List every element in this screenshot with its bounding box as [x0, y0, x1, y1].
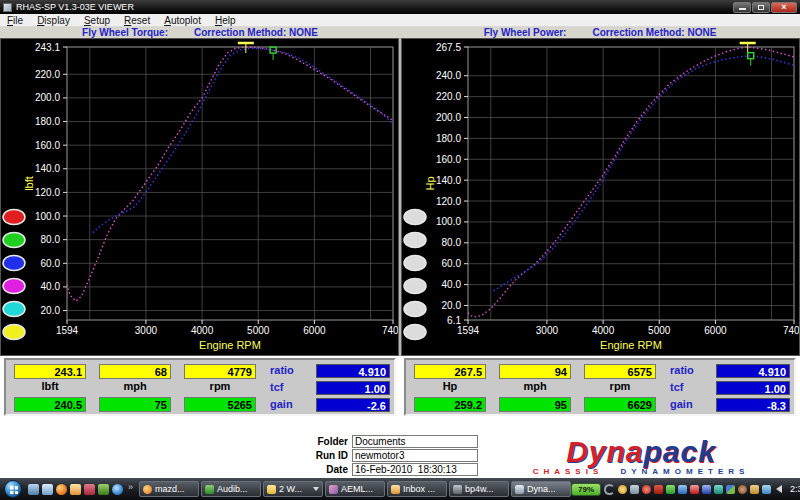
tray-icon-9[interactable] [714, 485, 723, 494]
internet-explorer-icon[interactable] [112, 484, 123, 495]
close-button[interactable] [771, 2, 797, 13]
gain-label: gain [270, 398, 312, 410]
menu-autoplot[interactable]: Autoplot [157, 15, 208, 26]
taskbar-item-group-windows[interactable]: 2 W... [263, 481, 323, 497]
battery-indicator[interactable]: 79% [571, 483, 601, 496]
restore-button[interactable] [752, 2, 770, 13]
taskbar-clock[interactable]: 2:37 AM [790, 484, 800, 494]
torque-run-value: 240.5 [14, 397, 86, 412]
cpu-meter-icon[interactable] [604, 484, 615, 495]
svg-text:60.0: 60.0 [41, 258, 61, 269]
dev-app-icon[interactable] [98, 484, 109, 495]
menu-help[interactable]: Help [208, 15, 243, 26]
folder-field[interactable] [352, 435, 478, 448]
svg-text:243.1: 243.1 [35, 42, 60, 53]
power-chart[interactable]: 267.5240.0220.0200.0180.0160.0140.0120.0… [401, 38, 800, 356]
svg-text:160.0: 160.0 [35, 140, 60, 151]
tray-icon-11[interactable] [738, 485, 747, 494]
power-unit-label: Hp [414, 380, 486, 392]
power-chart-canvas[interactable]: 267.5240.0220.0200.0180.0160.0140.0120.0… [402, 39, 799, 355]
tcf-value: 1.00 [316, 381, 390, 395]
ratio-value: 4.910 [316, 364, 390, 378]
tray-icon-5[interactable] [666, 485, 675, 494]
volume-icon[interactable] [776, 485, 782, 493]
gain-value: -2.6 [316, 398, 390, 412]
group-expand-icon[interactable] [313, 487, 319, 491]
media-app-icon[interactable] [84, 484, 95, 495]
window-title: RHAS-SP V1.3-03E VIEWER [16, 2, 134, 12]
power-readout-panel: 267.5 94 6575 Hp mph rpm 259.2 95 6629 r… [404, 358, 796, 416]
svg-text:40.0: 40.0 [41, 281, 61, 292]
rpm-unit-label: rpm [184, 380, 256, 392]
app-icon [453, 485, 462, 494]
menu-display[interactable]: Display [30, 15, 77, 26]
system-tray: 79% 2:37 AM [571, 483, 800, 496]
tray-icon-3[interactable] [642, 485, 651, 494]
svg-text:5000: 5000 [648, 325, 671, 336]
svg-text:267.5: 267.5 [436, 42, 461, 53]
gain-label: gain [670, 398, 712, 410]
torque-chart[interactable]: 243.1220.0200.0180.0160.0140.0120.0100.0… [0, 38, 399, 356]
tray-icon-10[interactable] [726, 485, 735, 494]
svg-text:120.0: 120.0 [436, 196, 461, 207]
svg-text:180.0: 180.0 [436, 133, 461, 144]
speed-unit-label: mph [499, 380, 571, 392]
menu-setup[interactable]: Setup [77, 15, 117, 26]
minimize-button[interactable] [733, 2, 751, 13]
quick-launch-overflow-icon[interactable]: » [128, 482, 133, 492]
logo-sub-chassis: CHASSIS [533, 467, 604, 476]
start-button[interactable] [4, 480, 22, 498]
update-icon[interactable] [750, 485, 759, 494]
taskbar-item-aeml[interactable]: AEML... [325, 481, 385, 497]
svg-text:40.0: 40.0 [442, 279, 462, 290]
svg-text:140.0: 140.0 [436, 175, 461, 186]
app-icon [329, 485, 338, 494]
taskbar-item-inbox[interactable]: Inbox ... [387, 481, 447, 497]
tray-icon-2[interactable] [630, 485, 639, 494]
taskbar-item-dyna-active[interactable]: Dyna... [511, 481, 571, 497]
download-icon [205, 485, 214, 494]
power-peak-speed: 94 [499, 364, 571, 379]
show-desktop-icon[interactable] [28, 484, 39, 495]
taskbar-item-audib[interactable]: Audib... [201, 481, 261, 497]
taskbar-item-bp4w[interactable]: bp4w... [449, 481, 509, 497]
taskbar-item-mazd[interactable]: mazd... [139, 481, 199, 497]
torque-peak-speed: 68 [99, 364, 171, 379]
svg-text:6000: 6000 [303, 325, 326, 336]
run-id-field[interactable] [352, 449, 478, 462]
torque-unit-label: lbft [14, 380, 86, 392]
menu-bar: File Display Setup Reset Autoplot Help [0, 14, 800, 27]
title-bar[interactable]: RHAS-SP V1.3-03E VIEWER [0, 0, 800, 14]
svg-text:120.0: 120.0 [35, 187, 60, 198]
date-field[interactable] [352, 463, 478, 476]
window-switcher-icon[interactable] [42, 484, 53, 495]
torque-correction-method: Correction Method: NONE [194, 27, 318, 38]
tray-icon-8[interactable] [702, 485, 711, 494]
tray-icon-6[interactable] [678, 485, 687, 494]
torque-chart-canvas[interactable]: 243.1220.0200.0180.0160.0140.0120.0100.0… [1, 39, 398, 355]
torque-chart-title: Fly Wheel Torque: [82, 27, 168, 38]
tray-icon-4[interactable] [654, 485, 663, 494]
svg-text:Engine RPM: Engine RPM [600, 339, 662, 351]
tcf-value: 1.00 [716, 381, 790, 395]
tray-icon-1[interactable] [618, 485, 627, 494]
charts-region: 243.1220.0200.0180.0160.0140.0120.0100.0… [0, 38, 800, 356]
svg-text:Hp: Hp [424, 176, 436, 190]
svg-text:60.0: 60.0 [442, 258, 462, 269]
app-window: RHAS-SP V1.3-03E VIEWER File Display Set… [0, 0, 800, 500]
svg-text:Engine RPM: Engine RPM [199, 339, 261, 351]
mail-icon[interactable] [70, 484, 81, 495]
gain-value: -8.3 [716, 398, 790, 412]
menu-reset[interactable]: Reset [117, 15, 157, 26]
chart-header-strip: Fly Wheel Torque: Correction Method: NON… [0, 27, 800, 38]
svg-text:220.0: 220.0 [35, 69, 60, 80]
svg-text:180.0: 180.0 [35, 116, 60, 127]
tray-icon-7[interactable] [690, 485, 699, 494]
svg-text:3000: 3000 [135, 325, 158, 336]
svg-text:6000: 6000 [704, 325, 727, 336]
menu-file[interactable]: File [0, 15, 30, 26]
network-icon[interactable] [762, 485, 771, 494]
torque-peak-value: 243.1 [14, 364, 86, 379]
torque-readout-panel: 243.1 68 4779 lbft mph rpm 240.5 75 5265… [4, 358, 396, 416]
firefox-icon[interactable] [56, 484, 67, 495]
